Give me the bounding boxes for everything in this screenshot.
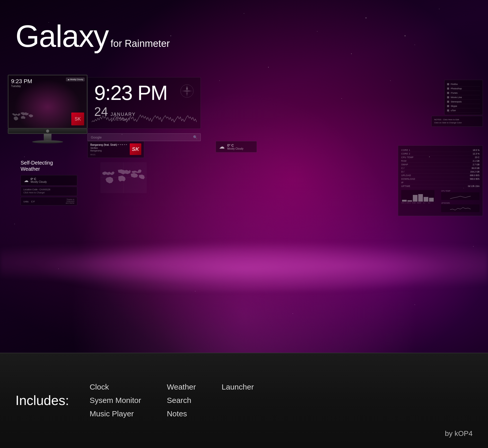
monitor-map [11, 109, 36, 124]
sysmon-row-value: 23 C [475, 156, 480, 159]
launcher-checkbox [447, 109, 449, 111]
monitor-stand-neck [44, 134, 51, 140]
launcher-item[interactable]: Firefox [447, 82, 480, 87]
launcher-item[interactable]: Stereopsis [447, 100, 480, 104]
weather-location-note[interactable]: Location Code - CAXX0126 Click Here to C… [21, 187, 77, 196]
weather-section: Self-Detecting Weather ☁ 0° C Mostly Clo… [21, 160, 77, 205]
monitor-album-art: SK [71, 113, 84, 125]
sysmon-row-label: DOWNLOAD [401, 178, 415, 180]
search-placeholder: Google [91, 135, 102, 139]
launcher-label: Photoshop [451, 87, 462, 90]
nebula [0, 235, 488, 291]
title-galaxy: Galaxy for Rainmeter [15, 21, 170, 51]
launcher-label: Firefox [451, 83, 458, 85]
launcher-label: Skype [451, 105, 457, 107]
sysmon-row-label: UPTIME [401, 185, 410, 187]
includes-col-3: Launcher [222, 383, 254, 418]
sysmon-row-label: C:/ [401, 167, 404, 169]
weather-main-card: ☁ 0° C Mostly Cloudy [216, 141, 257, 152]
launcher-item[interactable]: uTorr [447, 108, 480, 113]
includes-item: Search [167, 396, 196, 405]
music-time: 00:21 [90, 153, 128, 156]
monitor-stand-base [32, 140, 63, 143]
notes-widget[interactable]: NOTES - Click Here to Edit Click on Side… [431, 116, 483, 127]
music-album-art: SK [130, 143, 141, 155]
monitor-clock: 9:23 PM Tuesday [11, 78, 32, 88]
music-info: Bangarang (feat. Sirah) ◄◄ ■ ►► Skrillex… [90, 143, 128, 156]
sysmon-row-value: 18.5 % [473, 149, 480, 151]
launcher-item[interactable]: Movie Line [447, 95, 480, 100]
includes-grid: ClockSysem MonitorMusic Player WeatherSe… [90, 383, 473, 418]
sysmon-row: IP [401, 181, 480, 184]
notes-text: NOTES - Click Here to Edit Click on Side… [434, 118, 480, 124]
weather-card-temp: 0° C [31, 177, 47, 180]
sysmon-row-value: 583.0 B/S [470, 178, 480, 180]
music-controls[interactable]: ◄◄ ■ ►► [117, 143, 128, 146]
updown-graph [441, 204, 480, 212]
sysmon-row: C:/ 36.8 GB [401, 166, 480, 170]
search-icon[interactable]: 🔍 [193, 135, 197, 139]
chart-bar-label: C:/ [422, 202, 426, 204]
includes-col-2: WeatherSearchNotes [167, 383, 196, 418]
launcher-item[interactable]: iTunes [447, 91, 480, 95]
launcher-label: uTorr [451, 109, 456, 112]
search-box[interactable]: Google 🔍 [88, 133, 201, 141]
sysmon-row-label: D:/ [401, 170, 404, 173]
monitor-bezel [8, 129, 88, 134]
launcher-checkbox [447, 92, 449, 94]
compass-widget [180, 84, 194, 98]
sysmon-row: CORE 2 12.3 % [401, 152, 480, 156]
monitor-screen: 9:23 PM Tuesday ☁ Mostly Cloudy SK [8, 75, 88, 129]
sysmon-bar [407, 200, 412, 202]
sysmon-row-label: RAM [401, 160, 406, 162]
sysmon-row-label: UPLOAD [401, 174, 411, 177]
svg-marker-5 [186, 92, 188, 96]
launcher-widget[interactable]: Firefox Photoshop iTunes Movie Line Ster… [444, 80, 483, 115]
launcher-label: Stereopsis [451, 100, 462, 103]
sysmon-row-value: 2.1 GB [473, 160, 480, 162]
chart-bar-label: SWAP [417, 202, 421, 204]
launcher-label: iTunes [451, 92, 458, 94]
sysmon-bar [413, 195, 417, 202]
chart-bar-section [401, 190, 434, 202]
clock-widget: 9:23 PM 24 JANUARY TUESDAY [88, 77, 201, 129]
sysmon-row-value: 690.0 B/S [470, 174, 480, 177]
svg-marker-7 [188, 90, 191, 92]
svg-point-8 [186, 90, 188, 92]
music-title: Bangarang (feat. Sirah) [90, 143, 117, 146]
worldmap-widget [100, 162, 147, 193]
apple-logo [46, 130, 49, 133]
sysmon-bar [418, 194, 423, 202]
includes-item: Notes [167, 409, 196, 418]
chart-bar-label: CPU 2 [406, 202, 411, 204]
sysmon-row-value: 154.2 GB [470, 170, 480, 173]
search-widget[interactable]: Google 🔍 [88, 133, 201, 141]
includes-item: Launcher [222, 383, 254, 391]
launcher-item[interactable]: Photoshop [447, 87, 480, 91]
launcher-checkbox [447, 96, 449, 98]
svg-marker-4 [186, 86, 188, 90]
sysmon-row: DOWNLOAD 583.0 B/S [401, 177, 480, 181]
music-player[interactable]: Bangarang (feat. Sirah) ◄◄ ■ ►► Skrillex… [88, 141, 144, 158]
sysmon-bar-charts: CPU 1CPU 2RAMSWAPC:/D:/ [401, 190, 440, 213]
sysmon-row: UPLOAD 690.0 B/S [401, 174, 480, 177]
launcher-checkbox [447, 105, 449, 107]
includes-title: Includes: [15, 393, 69, 408]
weather-widget-main: ☁ 0° C Mostly Cloudy [216, 141, 257, 152]
launcher-label: Movie Line [451, 96, 462, 99]
music-artist: Skrillex [90, 147, 128, 149]
audio-graph [92, 112, 197, 125]
launcher-item[interactable]: Skype [447, 104, 480, 108]
chart-bar-label: D:/ [427, 202, 432, 204]
launcher-checkbox [447, 88, 449, 90]
music-album: Bangarang [90, 149, 128, 152]
sysmon-row-label: CORE 1 [401, 149, 410, 151]
monitor-weather-badge: ☁ Mostly Cloudy [66, 77, 85, 81]
launcher-checkbox [447, 83, 449, 85]
weather-section-title: Self-Detecting Weather [21, 160, 77, 172]
bottom-includes: Includes: ClockSysem MonitorMusic Player… [0, 353, 488, 448]
weather-units: Units: C F Thanks to Xcitement and SileS… [21, 197, 77, 205]
weather-icon-large: ☁ [24, 178, 29, 183]
includes-item: Music Player [90, 409, 141, 418]
chart-labels: CPU 1CPU 2RAMSWAPC:/D:/ [401, 202, 440, 204]
